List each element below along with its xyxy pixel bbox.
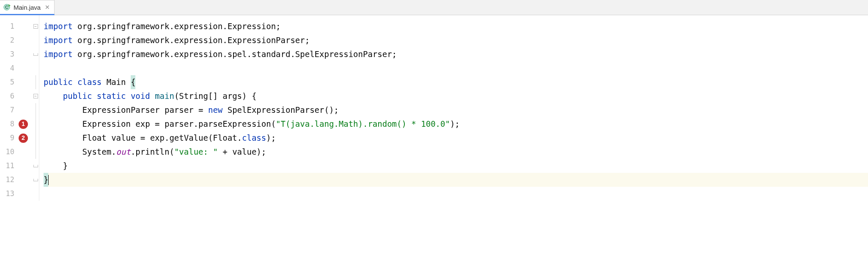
code-line-current: } (44, 173, 868, 187)
code-line (44, 61, 868, 75)
code-line (44, 187, 868, 201)
java-class-icon: C (3, 3, 11, 11)
code-line: public class Main { (44, 75, 868, 89)
line-number: 6 (0, 89, 16, 103)
fold-toggle[interactable]: − (32, 89, 39, 103)
code-line: import org.springframework.expression.Ex… (44, 33, 868, 47)
tab-main-java[interactable]: C Main.java ✕ (0, 0, 55, 15)
code-line: Float value = exp.getValue(Float.class); (44, 131, 868, 145)
code-editor[interactable]: 1− 2 3 4 5 6− 7 81 92 10 11 12 13 import… (0, 15, 868, 201)
code-line: } (44, 159, 868, 173)
fold-toggle[interactable]: − (32, 19, 39, 33)
code-line: ExpressionParser parser = new SpelExpres… (44, 103, 868, 117)
svg-text:C: C (5, 5, 8, 10)
line-number: 10 (0, 145, 16, 159)
fold-end (32, 47, 39, 61)
tab-label: Main.java (14, 4, 41, 11)
gutter: 1− 2 3 4 5 6− 7 81 92 10 11 12 13 (0, 15, 39, 201)
line-number: 3 (0, 47, 16, 61)
line-number: 13 (0, 187, 16, 201)
code-area[interactable]: import org.springframework.expression.Ex… (39, 15, 868, 201)
line-number: 1 (0, 19, 16, 33)
tab-bar: C Main.java ✕ (0, 0, 868, 15)
line-number: 12 (0, 173, 16, 187)
line-number: 2 (0, 33, 16, 47)
code-line: import org.springframework.expression.Ex… (44, 19, 868, 33)
line-number: 8 (0, 117, 16, 131)
fold-end (32, 159, 39, 173)
error-marker-1[interactable]: 1 (19, 120, 28, 129)
line-number: 5 (0, 75, 16, 89)
line-number: 11 (0, 159, 16, 173)
line-number: 7 (0, 103, 16, 117)
line-number: 4 (0, 61, 16, 75)
close-icon[interactable]: ✕ (45, 4, 50, 11)
code-line: import org.springframework.expression.sp… (44, 47, 868, 61)
error-marker-2[interactable]: 2 (19, 134, 28, 143)
line-number: 9 (0, 131, 16, 145)
fold-end (32, 173, 39, 187)
code-line: public static void main(String[] args) { (44, 89, 868, 103)
caret (48, 175, 49, 185)
code-line: Expression exp = parser.parseExpression(… (44, 117, 868, 131)
code-line: System.out.println("value: " + value); (44, 145, 868, 159)
